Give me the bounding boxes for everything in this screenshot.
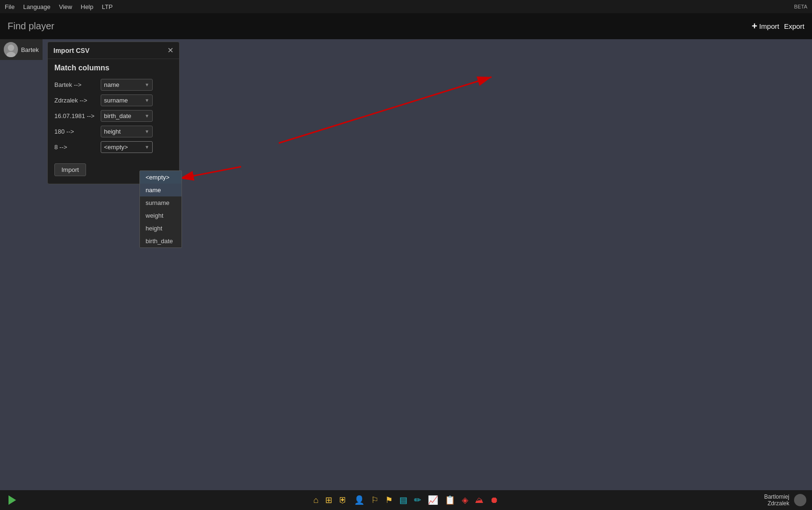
dropdown-option-weight[interactable]: weight bbox=[140, 209, 181, 222]
dropdown-arrow-zdrzalek: ▼ bbox=[145, 98, 149, 103]
row-select-zdrzalek[interactable]: surname ▼ bbox=[101, 94, 153, 106]
record-icon[interactable]: ⏺ bbox=[490, 495, 499, 505]
mountain-icon[interactable]: ⛰ bbox=[475, 495, 484, 505]
top-menu-bar: File Language View Help LTP BETA bbox=[0, 0, 812, 13]
beta-label: BETA bbox=[794, 4, 807, 9]
mapping-row-birthdate: 16.07.1981 --> birth_date ▼ bbox=[54, 110, 173, 122]
avatar bbox=[4, 42, 18, 57]
pencil-icon[interactable]: ✏ bbox=[414, 495, 421, 505]
dropdown-option-birthdate[interactable]: birth_date bbox=[140, 235, 181, 247]
trophy-icon[interactable]: ⚐ bbox=[371, 495, 379, 505]
svg-point-0 bbox=[8, 45, 14, 51]
row-label-bartek: Bartek --> bbox=[54, 81, 97, 88]
menu-view[interactable]: View bbox=[59, 3, 72, 10]
row-select-height-value: height bbox=[104, 128, 121, 135]
dropdown-arrow-bartek: ▼ bbox=[145, 82, 149, 87]
bottom-center-icons: ⌂ ⊞ ⛨ 👤 ⚐ ⚑ ▤ ✏ 📈 📋 ◈ ⛰ ⏺ bbox=[313, 495, 499, 505]
dropdown-arrow-birthdate: ▼ bbox=[145, 113, 149, 119]
row-select-birthdate[interactable]: birth_date ▼ bbox=[101, 110, 153, 122]
grid-icon[interactable]: ⊞ bbox=[325, 495, 332, 505]
modal-header: Import CSV ✕ bbox=[48, 42, 179, 59]
dropdown-arrow-height: ▼ bbox=[145, 129, 149, 134]
bottom-left bbox=[6, 493, 19, 507]
flag-icon[interactable]: ⚑ bbox=[385, 495, 393, 505]
modal-body: Match columns Bartek --> name ▼ Zdrzalek… bbox=[48, 59, 179, 184]
menu-ltp[interactable]: LTP bbox=[102, 3, 113, 10]
book-icon[interactable]: 📋 bbox=[445, 495, 455, 505]
find-player-title: Find player bbox=[8, 21, 54, 32]
row-select-bartek[interactable]: name ▼ bbox=[101, 79, 153, 91]
card-icon[interactable]: ▤ bbox=[399, 495, 407, 505]
close-modal-button[interactable]: ✕ bbox=[167, 46, 173, 55]
play-triangle-icon bbox=[9, 495, 16, 505]
user-info: Bartlomiej Zdrzalek bbox=[764, 493, 789, 507]
row-label-zdrzalek: Zdrzalek --> bbox=[54, 97, 97, 104]
dropdown-arrow-8: ▼ bbox=[145, 144, 149, 150]
export-label: Export bbox=[784, 22, 804, 30]
match-columns-label: Match columns bbox=[54, 64, 173, 72]
home-icon[interactable]: ⌂ bbox=[313, 495, 319, 505]
row-label-birthdate: 16.07.1981 --> bbox=[54, 112, 97, 119]
header-actions: + Import Export bbox=[752, 21, 804, 32]
play-button[interactable] bbox=[6, 493, 19, 507]
svg-line-5 bbox=[180, 167, 241, 178]
dropdown-option-height[interactable]: height bbox=[140, 222, 181, 235]
row-label-height: 180 --> bbox=[54, 128, 97, 135]
header-bar: Find player + Import Export bbox=[0, 13, 812, 39]
user-firstname: Bartlomiej bbox=[764, 493, 789, 500]
bottom-toolbar: ⌂ ⊞ ⛨ 👤 ⚐ ⚑ ▤ ✏ 📈 📋 ◈ ⛰ ⏺ Bartlomiej Zdr… bbox=[0, 490, 812, 510]
row-label-8: 8 --> bbox=[54, 144, 97, 151]
row-select-8-value: <empty> bbox=[104, 144, 128, 151]
row-select-birthdate-value: birth_date bbox=[104, 112, 131, 119]
dropdown-menu[interactable]: <empty> name surname weight height birth… bbox=[139, 170, 182, 248]
row-select-height[interactable]: height ▼ bbox=[101, 126, 153, 137]
menu-file[interactable]: File bbox=[5, 3, 15, 10]
modal-title: Import CSV bbox=[53, 47, 89, 54]
mapping-row-8: 8 --> <empty> ▼ bbox=[54, 141, 173, 153]
row-select-bartek-value: name bbox=[104, 81, 120, 88]
svg-point-1 bbox=[7, 52, 16, 57]
import-csv-modal: Import CSV ✕ Match columns Bartek --> na… bbox=[47, 42, 180, 184]
player-sidebar-item[interactable]: Bartek bbox=[0, 39, 43, 60]
row-select-zdrzalek-value: surname bbox=[104, 97, 128, 104]
user-lastname: Zdrzalek bbox=[764, 500, 789, 507]
mapping-row-zdrzalek: Zdrzalek --> surname ▼ bbox=[54, 94, 173, 106]
dropdown-option-name[interactable]: name bbox=[140, 184, 181, 196]
export-button[interactable]: Export bbox=[784, 22, 804, 30]
menu-help[interactable]: Help bbox=[81, 3, 94, 10]
shield-icon[interactable]: ⛨ bbox=[339, 495, 347, 505]
user-icon[interactable]: 👤 bbox=[354, 495, 364, 505]
plus-icon: + bbox=[752, 21, 757, 32]
layers-icon[interactable]: ◈ bbox=[462, 495, 468, 505]
mapping-row-height: 180 --> height ▼ bbox=[54, 126, 173, 137]
import-button[interactable]: + Import bbox=[752, 21, 779, 32]
menu-language[interactable]: Language bbox=[23, 3, 51, 10]
mapping-row-bartek: Bartek --> name ▼ bbox=[54, 79, 173, 91]
chart-icon[interactable]: 📈 bbox=[428, 495, 438, 505]
import-action-button[interactable]: Import bbox=[54, 163, 86, 176]
dropdown-option-empty[interactable]: <empty> bbox=[140, 171, 181, 184]
dropdown-option-surname[interactable]: surname bbox=[140, 196, 181, 209]
user-avatar bbox=[794, 494, 806, 506]
main-content: Bartek Import CSV ✕ Match columns Bartek… bbox=[0, 39, 812, 490]
import-label: Import bbox=[759, 22, 779, 30]
svg-line-3 bbox=[279, 77, 492, 143]
bottom-right: Bartlomiej Zdrzalek bbox=[764, 493, 806, 507]
player-name: Bartek bbox=[21, 46, 39, 53]
row-select-8[interactable]: <empty> ▼ bbox=[101, 141, 153, 153]
